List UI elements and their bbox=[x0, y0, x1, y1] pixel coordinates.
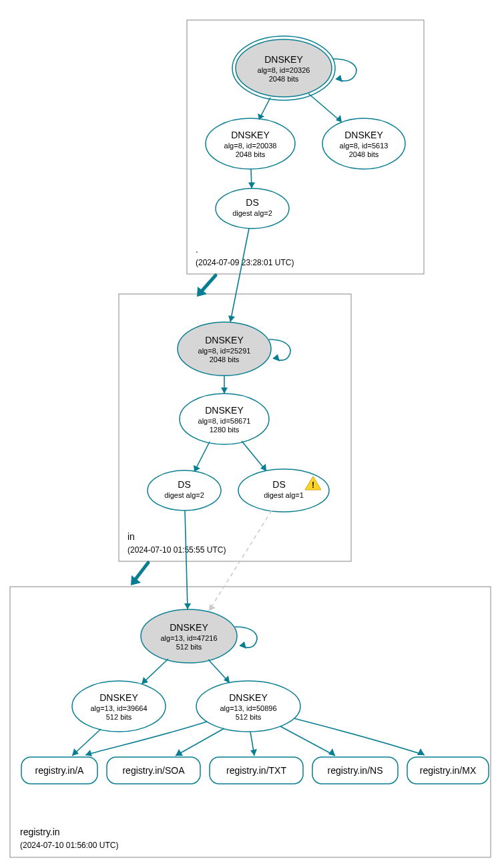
root-ksk-l2: 2048 bits bbox=[269, 75, 299, 83]
edge-registry-ksk-self bbox=[235, 627, 257, 647]
edge-inds1-regksk bbox=[209, 511, 272, 611]
root-zsk1-l1: alg=8, id=20038 bbox=[224, 142, 277, 150]
registry-zska-l2: 512 bits bbox=[106, 713, 132, 721]
registry-zska-l1: alg=13, id=39664 bbox=[90, 704, 147, 712]
registry-zskb-l1: alg=13, id=50896 bbox=[220, 704, 276, 712]
svg-text:!: ! bbox=[312, 480, 314, 490]
svg-marker-14 bbox=[221, 388, 228, 394]
edge-rootds-inksk bbox=[230, 229, 249, 322]
svg-marker-44 bbox=[417, 748, 425, 755]
svg-marker-28 bbox=[142, 677, 148, 684]
edge-inds2-regksk bbox=[185, 511, 188, 609]
root-zsk2-l1: alg=8, id=5613 bbox=[340, 142, 389, 150]
svg-text:registry.in/TXT: registry.in/TXT bbox=[226, 765, 286, 776]
root-ksk-node: DNSKEY alg=8, id=20326 2048 bits bbox=[232, 36, 335, 100]
root-zsk2-node: DNSKEY alg=8, id=5613 2048 bits bbox=[322, 118, 405, 169]
in-ds1-node: DS digest alg=1 ! bbox=[238, 469, 329, 512]
zone-in-label: in bbox=[128, 531, 135, 542]
registry-ksk-title: DNSKEY bbox=[170, 622, 208, 633]
svg-marker-43 bbox=[328, 748, 335, 756]
in-zsk-l1: alg=8, id=58671 bbox=[198, 417, 251, 425]
zone-registry-label: registry.in bbox=[20, 827, 60, 837]
registry-zska-title: DNSKEY bbox=[99, 692, 138, 703]
in-ksk-l1: alg=8, id=25291 bbox=[198, 347, 251, 355]
svg-point-7 bbox=[216, 188, 289, 229]
svg-marker-2 bbox=[336, 75, 342, 82]
zone-root-timestamp: (2024-07-09 23:28:01 UTC) bbox=[196, 258, 294, 267]
svg-point-15 bbox=[148, 470, 221, 511]
zone-in-timestamp: (2024-07-10 01:55:55 UTC) bbox=[128, 545, 226, 555]
root-ds-node: DS digest alg=2 bbox=[216, 188, 289, 229]
edge-zskb-ns bbox=[280, 726, 335, 756]
registry-zska-node: DNSKEY alg=13, id=39664 512 bits bbox=[72, 681, 166, 732]
root-ds-title: DS bbox=[246, 197, 258, 208]
root-zsk2-l2: 2048 bits bbox=[349, 150, 379, 158]
svg-text:registry.in/SOA: registry.in/SOA bbox=[122, 765, 185, 776]
svg-text:registry.in/NS: registry.in/NS bbox=[328, 765, 383, 776]
record-soa: registry.in/SOA bbox=[107, 757, 200, 784]
svg-marker-45 bbox=[72, 748, 79, 756]
svg-marker-12 bbox=[273, 354, 280, 361]
in-ksk-node: DNSKEY alg=8, id=25291 2048 bits bbox=[178, 322, 271, 376]
in-ds1-title: DS bbox=[272, 479, 285, 490]
root-ds-l1: digest alg=2 bbox=[232, 209, 272, 217]
root-zsk1-node: DNSKEY alg=8, id=20038 2048 bits bbox=[206, 118, 295, 169]
edge-root-to-in-delegation bbox=[200, 275, 216, 293]
root-ksk-l1: alg=8, id=20326 bbox=[258, 66, 310, 74]
edge-in-to-registry-delegation bbox=[135, 563, 148, 580]
svg-text:registry.in/A: registry.in/A bbox=[35, 765, 85, 776]
in-ksk-l2: 2048 bits bbox=[210, 355, 240, 364]
record-txt: registry.in/TXT bbox=[210, 757, 303, 784]
root-zsk2-title: DNSKEY bbox=[344, 130, 383, 140]
record-a: registry.in/A bbox=[21, 757, 97, 784]
edge-rootksk-zsk2 bbox=[308, 94, 342, 122]
in-ksk-title: DNSKEY bbox=[205, 335, 244, 345]
dnssec-graph: . (2024-07-09 23:28:01 UTC) DNSKEY alg=8… bbox=[0, 0, 500, 868]
record-mx: registry.in/MX bbox=[407, 757, 489, 784]
root-zsk1-title: DNSKEY bbox=[231, 130, 270, 140]
in-ds2-l1: digest alg=2 bbox=[164, 491, 204, 499]
svg-marker-8 bbox=[248, 182, 255, 188]
registry-ksk-l2: 512 bits bbox=[176, 643, 202, 651]
root-zsk1-l2: 2048 bits bbox=[236, 150, 266, 158]
edge-root-ksk-self bbox=[332, 59, 356, 81]
registry-zskb-title: DNSKEY bbox=[229, 692, 268, 703]
svg-marker-42 bbox=[250, 749, 257, 756]
in-ds2-title: DS bbox=[178, 479, 190, 490]
in-ds1-l1: digest alg=1 bbox=[264, 491, 304, 499]
registry-ksk-node: DNSKEY alg=13, id=47216 512 bits bbox=[141, 609, 237, 663]
in-zsk-l2: 1280 bits bbox=[210, 426, 240, 434]
edge-in-ksk-self bbox=[269, 339, 290, 360]
svg-point-16 bbox=[238, 469, 329, 512]
svg-marker-10 bbox=[228, 315, 235, 322]
registry-ksk-l1: alg=13, id=47216 bbox=[160, 634, 217, 642]
svg-text:registry.in/MX: registry.in/MX bbox=[420, 765, 477, 776]
registry-zskb-l2: 512 bits bbox=[236, 713, 262, 721]
svg-marker-25 bbox=[240, 641, 246, 649]
edge-zskb-soa bbox=[176, 728, 224, 756]
in-zsk-node: DNSKEY alg=8, id=58671 1280 bits bbox=[180, 394, 269, 444]
svg-marker-40 bbox=[85, 750, 92, 756]
svg-marker-22 bbox=[184, 603, 191, 609]
record-ns: registry.in/NS bbox=[312, 757, 398, 784]
in-ds2-node: DS digest alg=2 bbox=[148, 470, 221, 511]
zone-registry-timestamp: (2024-07-10 01:56:00 UTC) bbox=[20, 841, 118, 850]
root-ksk-title: DNSKEY bbox=[264, 54, 303, 65]
registry-zskb-node: DNSKEY alg=13, id=50896 512 bits bbox=[196, 681, 300, 732]
in-zsk-title: DNSKEY bbox=[205, 405, 244, 416]
edge-zskb-mx bbox=[294, 718, 425, 755]
zone-root-label: . bbox=[196, 244, 198, 255]
svg-marker-6 bbox=[336, 115, 342, 122]
